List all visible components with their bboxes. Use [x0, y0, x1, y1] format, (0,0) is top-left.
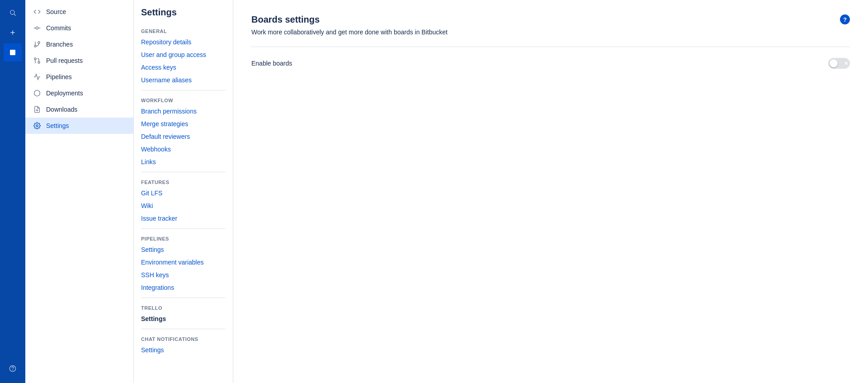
sidebar-item-source[interactable]: Source — [25, 4, 133, 20]
sidebar-item-downloads-label: Downloads — [46, 106, 77, 113]
commits-icon — [33, 24, 42, 33]
boards-title: Boards settings — [251, 14, 320, 25]
sidebar-nav: Source Commits Branches — [25, 0, 133, 137]
nav-branch-permissions[interactable]: Branch permissions — [134, 105, 233, 118]
settings-section-workflow: WORKFLOW Branch permissions Merge strate… — [134, 94, 233, 168]
content-area: Boards settings ? Work more collaborativ… — [233, 0, 868, 383]
features-divider — [141, 228, 226, 229]
create-icon-bar-item[interactable] — [4, 24, 22, 42]
settings-section-chat-notifications: CHAT NOTIFICATIONS Settings — [134, 333, 233, 356]
nav-ssh-keys[interactable]: SSH keys — [134, 269, 233, 281]
general-divider — [141, 90, 226, 90]
settings-page-title: Settings — [134, 7, 233, 25]
branches-icon — [33, 40, 42, 49]
nav-issue-tracker[interactable]: Issue tracker — [134, 212, 233, 225]
svg-point-17 — [36, 125, 38, 127]
nav-links[interactable]: Links — [134, 156, 233, 168]
svg-point-14 — [34, 58, 36, 60]
nav-access-keys[interactable]: Access keys — [134, 61, 233, 74]
sidebar-item-downloads[interactable]: Downloads — [25, 101, 133, 118]
nav-trello-settings[interactable]: Settings — [134, 312, 233, 325]
boards-divider — [251, 47, 850, 47]
sidebar-item-deployments[interactable]: Deployments — [25, 85, 133, 101]
enable-boards-toggle[interactable]: ✕ — [828, 58, 850, 69]
nav-default-reviewers[interactable]: Default reviewers — [134, 130, 233, 143]
downloads-icon — [33, 105, 42, 114]
toggle-track: ✕ — [828, 58, 850, 69]
nav-integrations[interactable]: Integrations — [134, 281, 233, 294]
features-section-title: FEATURES — [134, 176, 233, 187]
sidebar-item-source-label: Source — [46, 8, 66, 15]
pull-requests-icon — [33, 56, 42, 65]
settings-section-features: FEATURES Git LFS Wiki Issue tracker — [134, 176, 233, 225]
sidebar-item-pull-requests[interactable]: Pull requests — [25, 52, 133, 69]
sidebar-item-settings[interactable]: Settings — [25, 118, 133, 134]
sidebar-item-pull-requests-label: Pull requests — [46, 57, 83, 64]
settings-section-general: GENERAL Repository details User and grou… — [134, 25, 233, 86]
search-icon-bar-item[interactable] — [4, 4, 22, 22]
sidebar-item-settings-label: Settings — [46, 122, 69, 129]
pipelines-divider — [141, 298, 226, 298]
svg-line-1 — [14, 14, 16, 16]
boards-header: Boards settings ? — [251, 14, 850, 25]
svg-rect-4 — [10, 50, 15, 55]
settings-icon — [33, 121, 42, 130]
main-content: Settings GENERAL Repository details User… — [134, 0, 868, 383]
nav-environment-variables[interactable]: Environment variables — [134, 256, 233, 269]
deployments-icon — [33, 89, 42, 98]
nav-merge-strategies[interactable]: Merge strategies — [134, 118, 233, 130]
help-icon-bar-item[interactable] — [4, 359, 22, 378]
workflow-section-title: WORKFLOW — [134, 94, 233, 105]
nav-pipelines-settings[interactable]: Settings — [134, 243, 233, 256]
toggle-thumb — [830, 59, 838, 67]
svg-point-13 — [38, 61, 40, 63]
pipelines-icon — [33, 72, 42, 81]
icon-bar — [0, 0, 25, 383]
source-icon — [33, 7, 42, 16]
sidebar-item-commits-label: Commits — [46, 24, 71, 32]
nav-repository-details[interactable]: Repository details — [134, 36, 233, 48]
svg-point-6 — [13, 370, 13, 370]
svg-point-12 — [34, 45, 36, 47]
svg-point-0 — [10, 10, 14, 14]
settings-section-trello: TRELLO Settings — [134, 302, 233, 325]
enable-boards-row: Enable boards ✕ — [251, 54, 850, 72]
sidebar-item-pipelines[interactable]: Pipelines — [25, 69, 133, 85]
sidebar-item-deployments-label: Deployments — [46, 90, 83, 97]
trello-divider — [141, 329, 226, 329]
toggle-x-icon: ✕ — [844, 61, 848, 66]
sidebar-item-pipelines-label: Pipelines — [46, 73, 72, 80]
settings-nav: Settings GENERAL Repository details User… — [134, 0, 233, 383]
nav-chat-notifications-settings[interactable]: Settings — [134, 344, 233, 356]
repo-icon-bar-item[interactable] — [4, 43, 22, 61]
svg-point-7 — [36, 27, 38, 29]
svg-point-11 — [38, 42, 40, 43]
sidebar-item-branches-label: Branches — [46, 41, 73, 48]
enable-boards-label: Enable boards — [251, 60, 292, 67]
sidebar-item-branches[interactable]: Branches — [25, 36, 133, 52]
nav-git-lfs[interactable]: Git LFS — [134, 187, 233, 199]
nav-username-aliases[interactable]: Username aliases — [134, 74, 233, 86]
workflow-divider — [141, 172, 226, 172]
nav-webhooks[interactable]: Webhooks — [134, 143, 233, 156]
sidebar-item-commits[interactable]: Commits — [25, 20, 133, 36]
nav-user-and-group-access[interactable]: User and group access — [134, 48, 233, 61]
settings-section-pipelines: PIPELINES Settings Environment variables… — [134, 232, 233, 294]
help-icon[interactable]: ? — [840, 14, 850, 24]
trello-section-title: TRELLO — [134, 302, 233, 312]
nav-wiki[interactable]: Wiki — [134, 199, 233, 212]
pipelines-section-title: PIPELINES — [134, 232, 233, 243]
general-section-title: GENERAL — [134, 25, 233, 36]
boards-description: Work more collaboratively and get more d… — [251, 28, 850, 36]
chat-notifications-section-title: CHAT NOTIFICATIONS — [134, 333, 233, 344]
sidebar: Source Commits Branches — [25, 0, 134, 383]
